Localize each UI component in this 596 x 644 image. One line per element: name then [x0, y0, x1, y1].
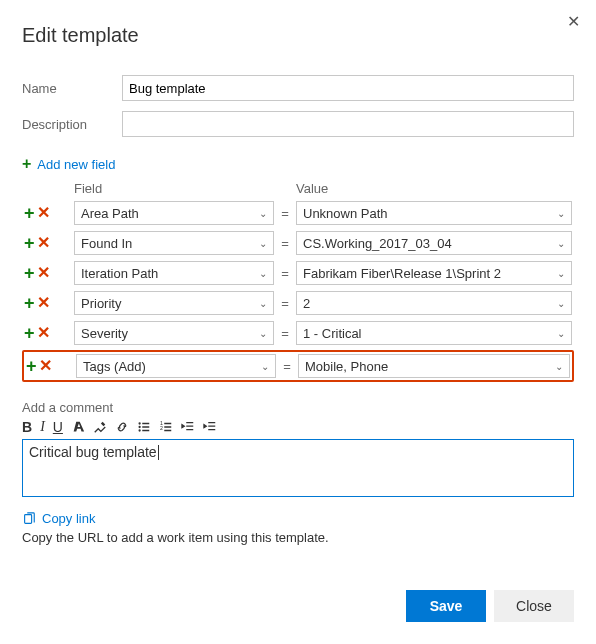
- bold-button[interactable]: B: [22, 419, 32, 435]
- svg-point-2: [138, 429, 140, 431]
- link-icon[interactable]: [115, 420, 129, 434]
- bullet-list-icon[interactable]: [137, 420, 151, 434]
- italic-button[interactable]: I: [40, 419, 45, 435]
- field-row: + ✕ Area Path ⌄ = Unknown Path ⌄: [22, 200, 574, 226]
- delete-row-icon[interactable]: ✕: [37, 325, 50, 341]
- comment-toolbar: B I U 12: [22, 419, 574, 435]
- equals-label: =: [274, 326, 296, 341]
- equals-label: =: [274, 236, 296, 251]
- copy-link-description: Copy the URL to add a work item using th…: [22, 530, 574, 545]
- copy-link-label: Copy link: [42, 511, 95, 526]
- comment-textarea[interactable]: Critical bug template: [22, 439, 574, 497]
- fields-grid: Field Value + ✕ Area Path ⌄ = Unknown Pa…: [22, 181, 574, 382]
- field-select[interactable]: Tags (Add) ⌄: [76, 354, 276, 378]
- chevron-down-icon: ⌄: [259, 328, 267, 339]
- description-input[interactable]: [122, 111, 574, 137]
- description-label: Description: [22, 117, 122, 132]
- close-icon[interactable]: ✕: [567, 12, 580, 31]
- chevron-down-icon: ⌄: [259, 208, 267, 219]
- chevron-down-icon: ⌄: [261, 361, 269, 372]
- chevron-down-icon: ⌄: [557, 298, 565, 309]
- delete-row-icon[interactable]: ✕: [39, 358, 52, 374]
- indent-icon[interactable]: [203, 420, 217, 434]
- value-select[interactable]: Fabrikam Fiber\Release 1\Sprint 2 ⌄: [296, 261, 572, 285]
- add-row-icon[interactable]: +: [24, 204, 35, 222]
- underline-button[interactable]: U: [53, 419, 63, 435]
- field-select-value: Area Path: [81, 206, 139, 221]
- chevron-down-icon: ⌄: [259, 238, 267, 249]
- save-button[interactable]: Save: [406, 590, 486, 622]
- add-row-icon[interactable]: +: [24, 294, 35, 312]
- field-select-value: Tags (Add): [83, 359, 146, 374]
- chevron-down-icon: ⌄: [557, 268, 565, 279]
- add-row-icon[interactable]: +: [24, 264, 35, 282]
- value-select-value: Mobile, Phone: [305, 359, 388, 374]
- field-row: + ✕ Iteration Path ⌄ = Fabrikam Fiber\Re…: [22, 260, 574, 286]
- close-button[interactable]: Close: [494, 590, 574, 622]
- field-select-value: Found In: [81, 236, 132, 251]
- value-select[interactable]: Mobile, Phone ⌄: [298, 354, 570, 378]
- add-row-icon[interactable]: +: [24, 324, 35, 342]
- field-select[interactable]: Area Path ⌄: [74, 201, 274, 225]
- outdent-icon[interactable]: [181, 420, 195, 434]
- value-select-value: 1 - Critical: [303, 326, 362, 341]
- name-input[interactable]: [122, 75, 574, 101]
- clear-format-icon[interactable]: [93, 420, 107, 434]
- field-row: + ✕ Severity ⌄ = 1 - Critical ⌄: [22, 320, 574, 346]
- svg-text:2: 2: [160, 425, 163, 431]
- field-select[interactable]: Iteration Path ⌄: [74, 261, 274, 285]
- field-select[interactable]: Severity ⌄: [74, 321, 274, 345]
- name-label: Name: [22, 81, 122, 96]
- field-select-value: Severity: [81, 326, 128, 341]
- field-select-value: Priority: [81, 296, 121, 311]
- delete-row-icon[interactable]: ✕: [37, 265, 50, 281]
- chevron-down-icon: ⌄: [557, 208, 565, 219]
- delete-row-icon[interactable]: ✕: [37, 295, 50, 311]
- copy-icon: [22, 512, 36, 526]
- chevron-down-icon: ⌄: [259, 298, 267, 309]
- dialog-title: Edit template: [22, 24, 574, 47]
- value-select-value: Fabrikam Fiber\Release 1\Sprint 2: [303, 266, 501, 281]
- svg-point-0: [138, 422, 140, 424]
- delete-row-icon[interactable]: ✕: [37, 205, 50, 221]
- equals-label: =: [274, 296, 296, 311]
- svg-rect-5: [25, 514, 32, 523]
- value-select[interactable]: Unknown Path ⌄: [296, 201, 572, 225]
- copy-link-button[interactable]: Copy link: [22, 511, 574, 526]
- field-row: + ✕ Tags (Add) ⌄ = Mobile, Phone ⌄: [22, 350, 574, 382]
- column-header-value: Value: [296, 181, 574, 196]
- plus-icon: +: [22, 155, 31, 173]
- value-select[interactable]: CS.Working_2017_03_04 ⌄: [296, 231, 572, 255]
- field-select[interactable]: Found In ⌄: [74, 231, 274, 255]
- value-select-value: 2: [303, 296, 310, 311]
- add-row-icon[interactable]: +: [26, 357, 37, 375]
- field-row: + ✕ Found In ⌄ = CS.Working_2017_03_04 ⌄: [22, 230, 574, 256]
- field-select[interactable]: Priority ⌄: [74, 291, 274, 315]
- value-select-value: Unknown Path: [303, 206, 388, 221]
- svg-point-1: [138, 426, 140, 428]
- equals-label: =: [276, 359, 298, 374]
- field-row: + ✕ Priority ⌄ = 2 ⌄: [22, 290, 574, 316]
- delete-row-icon[interactable]: ✕: [37, 235, 50, 251]
- column-header-field: Field: [74, 181, 274, 196]
- chevron-down-icon: ⌄: [259, 268, 267, 279]
- equals-label: =: [274, 266, 296, 281]
- numbered-list-icon[interactable]: 12: [159, 420, 173, 434]
- chevron-down-icon: ⌄: [557, 328, 565, 339]
- value-select[interactable]: 1 - Critical ⌄: [296, 321, 572, 345]
- value-select[interactable]: 2 ⌄: [296, 291, 572, 315]
- comment-label: Add a comment: [22, 400, 574, 415]
- add-row-icon[interactable]: +: [24, 234, 35, 252]
- add-new-field-label: Add new field: [37, 157, 115, 172]
- equals-label: =: [274, 206, 296, 221]
- font-format-icon[interactable]: [71, 420, 85, 434]
- field-select-value: Iteration Path: [81, 266, 158, 281]
- add-new-field-link[interactable]: + Add new field: [22, 155, 574, 173]
- chevron-down-icon: ⌄: [555, 361, 563, 372]
- value-select-value: CS.Working_2017_03_04: [303, 236, 452, 251]
- chevron-down-icon: ⌄: [557, 238, 565, 249]
